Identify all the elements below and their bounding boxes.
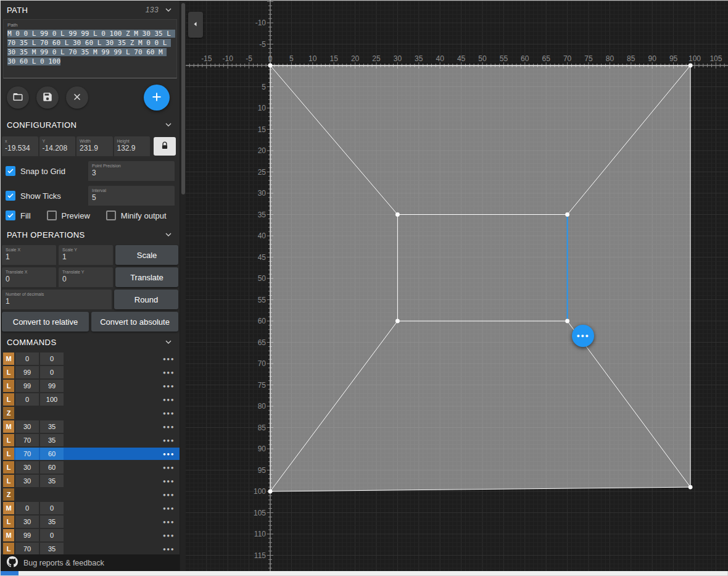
command-row[interactable]: L0100●●● xyxy=(3,393,180,406)
command-type-badge[interactable]: L xyxy=(3,515,14,528)
command-row[interactable]: L3060●●● xyxy=(3,461,180,474)
command-value-cell[interactable]: 0 xyxy=(40,529,64,541)
command-value-cell[interactable]: 0 xyxy=(40,353,64,365)
sidebar-scrollbar[interactable] xyxy=(180,1,186,571)
command-menu-button[interactable]: ●●● xyxy=(163,370,175,375)
command-row[interactable]: L7060●●● xyxy=(3,448,180,460)
command-value-cell[interactable]: 0 xyxy=(15,353,39,365)
command-menu-button[interactable]: ●●● xyxy=(163,478,175,484)
horizontal-scrollbar-thumb[interactable] xyxy=(1,571,19,575)
command-value-cell[interactable]: 35 xyxy=(40,420,64,433)
command-type-badge[interactable]: Z xyxy=(3,407,14,419)
command-type-badge[interactable]: L xyxy=(3,393,14,406)
point-precision-field[interactable]: Point Precision 3 xyxy=(88,161,175,181)
interval-field[interactable]: Interval 5 xyxy=(88,186,175,206)
command-menu-button[interactable]: ●●● xyxy=(163,546,175,552)
scale-button[interactable]: Scale xyxy=(115,245,178,265)
minify-output-checkbox[interactable] xyxy=(106,211,116,220)
feedback-footer[interactable]: Bug reports & feedback xyxy=(1,554,180,571)
command-type-badge[interactable]: L xyxy=(3,380,14,392)
viewbox-height-field[interactable]: Height 132.9 xyxy=(114,136,151,156)
command-menu-button[interactable]: ●●● xyxy=(163,411,175,416)
translate-x-field[interactable]: Translate X 0 xyxy=(2,267,56,287)
path-section-header[interactable]: PATH 133 xyxy=(1,1,180,19)
command-row[interactable]: L7035●●● xyxy=(3,434,180,446)
command-type-badge[interactable]: M xyxy=(3,420,14,433)
command-row[interactable]: Z●●● xyxy=(3,488,180,501)
command-type-badge[interactable]: M xyxy=(3,502,14,514)
horizontal-scrollbar[interactable] xyxy=(1,571,727,575)
command-value-cell[interactable]: 30 xyxy=(15,420,39,433)
sidebar-scrollbar-thumb[interactable] xyxy=(181,3,185,194)
command-value-cell[interactable]: 99 xyxy=(40,380,64,392)
command-type-badge[interactable]: L xyxy=(3,366,14,378)
translate-button[interactable]: Translate xyxy=(115,267,178,287)
convert-to-absolute-button[interactable]: Convert to absolute xyxy=(91,312,178,332)
command-value-cell[interactable]: 99 xyxy=(15,366,39,378)
command-row[interactable]: M990●●● xyxy=(3,529,180,541)
command-value-cell[interactable]: 99 xyxy=(15,380,39,392)
decimals-field[interactable]: Number of decimals 1 xyxy=(2,290,112,309)
command-value-cell[interactable]: 35 xyxy=(40,515,64,528)
round-button[interactable]: Round xyxy=(114,290,178,309)
command-menu-button[interactable]: ●●● xyxy=(163,383,175,389)
commands-section-header[interactable]: COMMANDS xyxy=(1,333,180,351)
command-value-cell[interactable]: 60 xyxy=(40,461,64,474)
collapse-sidebar-button[interactable] xyxy=(188,12,203,38)
command-type-badge[interactable]: M xyxy=(3,529,14,541)
command-value-cell[interactable]: 35 xyxy=(40,475,64,487)
command-row[interactable]: Z●●● xyxy=(3,407,180,419)
command-row[interactable]: L9999●●● xyxy=(3,380,180,392)
viewbox-x-field[interactable]: x -19.534 xyxy=(2,136,38,156)
command-row[interactable]: M00●●● xyxy=(3,353,180,365)
command-value-cell[interactable]: 30 xyxy=(15,475,39,487)
translate-y-field[interactable]: Translate Y 0 xyxy=(59,267,113,287)
preview-checkbox[interactable] xyxy=(47,211,57,220)
convert-to-relative-button[interactable]: Convert to relative xyxy=(2,312,89,332)
scale-y-field[interactable]: Scale Y 1 xyxy=(59,245,113,265)
add-command-button[interactable] xyxy=(144,85,170,111)
command-value-cell[interactable]: 70 xyxy=(15,434,39,446)
command-menu-button[interactable]: ●●● xyxy=(163,356,175,362)
command-value-cell[interactable]: 30 xyxy=(15,461,39,474)
command-value-cell[interactable]: 0 xyxy=(15,502,39,514)
command-menu-button[interactable]: ●●● xyxy=(163,451,175,457)
command-row[interactable]: L7035●●● xyxy=(3,543,180,555)
command-type-badge[interactable]: L xyxy=(3,448,14,460)
command-value-cell[interactable]: 35 xyxy=(40,434,64,446)
command-menu-button[interactable]: ●●● xyxy=(163,424,175,430)
command-value-cell[interactable]: 99 xyxy=(15,529,39,541)
command-value-cell[interactable]: 30 xyxy=(15,515,39,528)
command-menu-button[interactable]: ●●● xyxy=(163,506,175,511)
viewbox-width-field[interactable]: Width 231.9 xyxy=(77,136,113,156)
command-value-cell[interactable]: 100 xyxy=(40,393,64,406)
show-ticks-checkbox[interactable] xyxy=(6,191,15,201)
command-value-cell[interactable]: 35 xyxy=(40,543,64,555)
command-value-cell[interactable]: 0 xyxy=(40,366,64,378)
command-row[interactable]: M00●●● xyxy=(3,502,180,514)
command-type-badge[interactable]: M xyxy=(3,353,14,365)
clear-path-button[interactable] xyxy=(66,86,88,109)
command-value-cell[interactable]: 0 xyxy=(15,393,39,406)
command-menu-button[interactable]: ●●● xyxy=(163,438,175,443)
path-operations-section-header[interactable]: PATH OPERATIONS xyxy=(1,225,180,244)
fill-checkbox[interactable] xyxy=(6,211,15,220)
command-type-badge[interactable]: L xyxy=(3,475,14,487)
command-row[interactable]: L990●●● xyxy=(3,366,180,378)
command-value-cell[interactable]: 60 xyxy=(40,448,64,460)
command-menu-button[interactable]: ●●● xyxy=(163,465,175,470)
command-menu-button[interactable]: ●●● xyxy=(163,519,175,525)
lock-viewbox-button[interactable] xyxy=(154,137,176,156)
configuration-section-header[interactable]: CONFIGURATION xyxy=(1,115,180,134)
command-row[interactable]: L3035●●● xyxy=(3,475,180,487)
save-button[interactable] xyxy=(36,86,59,109)
command-row[interactable]: L3035●●● xyxy=(3,515,180,528)
point-context-menu-button[interactable]: ●●● xyxy=(572,325,594,347)
command-type-badge[interactable]: L xyxy=(3,434,14,446)
viewbox-y-field[interactable]: Y -14.208 xyxy=(39,136,76,156)
open-file-button[interactable] xyxy=(7,86,29,109)
command-row[interactable]: M3035●●● xyxy=(3,420,180,433)
command-type-badge[interactable]: Z xyxy=(3,488,14,501)
command-menu-button[interactable]: ●●● xyxy=(163,397,175,403)
feedback-link[interactable]: Bug reports & feedback xyxy=(23,559,104,567)
